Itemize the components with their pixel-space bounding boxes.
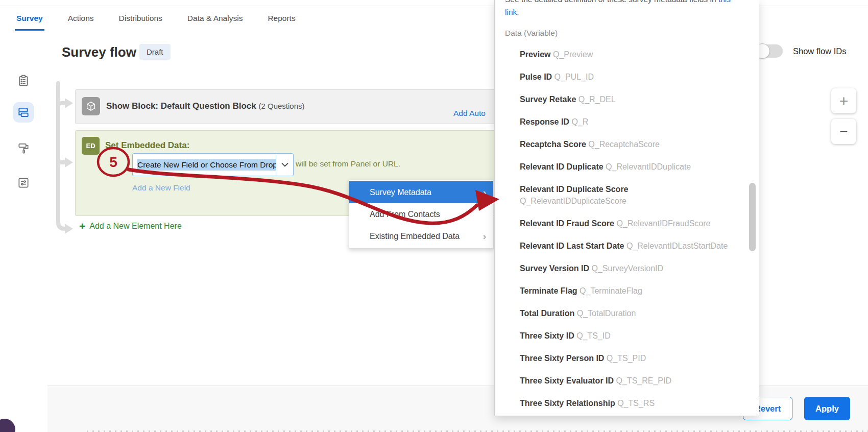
- tab-actions[interactable]: Actions: [68, 6, 94, 31]
- survey-flow-icon: [17, 106, 30, 119]
- left-sidebar: ›: [0, 31, 48, 432]
- selected-input-value: Create New Field or Choose From Dropdown…: [137, 159, 276, 171]
- show-block-label: Show Block: Default Question Block: [106, 101, 256, 111]
- list-item-recaptcha-score[interactable]: Recaptcha Score Q_RecaptchaScore: [520, 138, 759, 150]
- zoom-in-button[interactable]: +: [831, 88, 856, 113]
- tab-data-analysis[interactable]: Data & Analysis: [187, 6, 243, 31]
- list-item-relevant-id-fraud-score[interactable]: Relevant ID Fraud Score Q_RelevantIDFrau…: [520, 218, 759, 229]
- embedded-data-field-input[interactable]: Create New Field or Choose From Dropdown…: [132, 153, 294, 176]
- list-item-relevant-id-duplicate-score[interactable]: Relevant ID Duplicate Score Q_RelevantID…: [520, 183, 759, 207]
- show-block-options-link[interactable]: Add Auto: [453, 109, 486, 118]
- sidebar-item-survey-options[interactable]: [13, 173, 34, 193]
- list-item-terminate-flag[interactable]: Terminate Flag Q_TerminateFlag: [520, 285, 759, 297]
- intro-text: See the detailed definition of these sur…: [505, 0, 718, 4]
- tab-distributions[interactable]: Distributions: [119, 6, 162, 31]
- add-new-element-link[interactable]: + Add a New Element Here: [79, 222, 182, 231]
- menu-item-survey-metadata[interactable]: Survey Metadata ›: [349, 181, 493, 203]
- menu-item-label: Add From Contacts: [370, 210, 440, 219]
- list-item-three-sixty-evaluator-id[interactable]: Three Sixty Evaluator ID Q_TS_RE_PID: [520, 375, 759, 387]
- field-input-text: Create New Field or Choose From Dropdown…: [133, 154, 276, 176]
- paint-roller-icon: [17, 141, 30, 155]
- block-cube-icon: [82, 97, 100, 115]
- submenu-chevron-icon: ›: [483, 232, 486, 241]
- menu-item-label: Existing Embedded Data: [370, 232, 460, 241]
- intro-period: .: [517, 8, 519, 16]
- menu-item-label: Survey Metadata: [370, 188, 431, 197]
- status-badge: Draft: [139, 44, 171, 60]
- this-link[interactable]: this: [718, 0, 731, 4]
- embedded-data-icon: ED: [82, 137, 100, 155]
- list-item-response-id[interactable]: Response ID Q_R: [520, 116, 759, 128]
- sidebar-item-look-and-feel[interactable]: [13, 138, 34, 158]
- settings-sliders-icon: [17, 176, 30, 189]
- tab-survey[interactable]: Survey: [16, 6, 43, 31]
- list-item-three-sixty-id[interactable]: Three Sixty ID Q_TS_ID: [520, 330, 759, 342]
- list-item-total-duration[interactable]: Total Duration Q_TotalDuration: [520, 307, 759, 319]
- panel-section-label: Data (Variable): [505, 29, 759, 38]
- show-block-title: Show Block: Default Question Block (2 Qu…: [106, 101, 305, 111]
- clipboard-list-icon: [17, 74, 30, 87]
- list-item-pulse-id[interactable]: Pulse ID Q_PUL_ID: [520, 71, 759, 83]
- value-hint-text: will be set from Panel or URL.: [296, 159, 400, 169]
- show-flow-ids-toggle[interactable]: [755, 44, 783, 58]
- menu-item-existing-embedded-data[interactable]: Existing Embedded Data ›: [349, 225, 493, 247]
- tab-reports[interactable]: Reports: [268, 6, 295, 31]
- field-dropdown-button[interactable]: [276, 154, 293, 176]
- add-new-field-link[interactable]: Add a New Field: [132, 183, 190, 193]
- menu-item-add-from-contacts[interactable]: Add From Contacts: [349, 203, 493, 225]
- sidebar-item-survey-builder[interactable]: [13, 70, 34, 91]
- metadata-field-list: Preview Q_Preview Pulse ID Q_PUL_ID Surv…: [520, 49, 759, 409]
- list-item-survey-retake[interactable]: Survey Retake Q_R_DEL: [520, 93, 759, 105]
- embedded-data-title: Set Embedded Data:: [105, 140, 189, 151]
- plus-icon: +: [79, 222, 85, 230]
- show-block-question-count: (2 Questions): [259, 102, 305, 110]
- chevron-down-icon: [281, 162, 288, 167]
- zoom-out-button[interactable]: −: [831, 119, 856, 144]
- survey-metadata-panel: See the detailed definition of these sur…: [494, 0, 759, 416]
- embedded-data-context-menu: Survey Metadata › Add From Contacts Exis…: [349, 180, 494, 249]
- page-title: Survey flow: [62, 44, 136, 60]
- list-item-preview[interactable]: Preview Q_Preview: [520, 49, 759, 60]
- list-item-relevant-id-last-start-date[interactable]: Relevant ID Last Start Date Q_RelevantID…: [520, 240, 759, 252]
- submenu-chevron-icon: ›: [483, 188, 486, 197]
- apply-button[interactable]: Apply: [804, 397, 850, 420]
- add-element-label: Add a New Element Here: [89, 222, 182, 231]
- show-flow-ids-label: Show flow IDs: [793, 46, 847, 56]
- list-item-relevant-id-duplicate[interactable]: Relevant ID Duplicate Q_RelevantIDDuplic…: [520, 161, 759, 173]
- list-item-three-sixty-person-id[interactable]: Three Sixty Person ID Q_TS_PID: [520, 352, 759, 364]
- link-link[interactable]: link: [505, 8, 517, 16]
- panel-intro-text: See the detailed definition of these sur…: [505, 0, 744, 18]
- list-item-survey-version-id[interactable]: Survey Version ID Q_SurveyVersionID: [520, 262, 759, 274]
- sidebar-item-survey-flow[interactable]: [13, 102, 34, 123]
- panel-scrollbar-thumb[interactable]: [749, 183, 756, 251]
- list-item-three-sixty-relationship[interactable]: Three Sixty Relationship Q_TS_RS: [520, 397, 759, 409]
- qualtrics-survey-flow-screen: Survey Actions Distributions Data & Anal…: [0, 0, 868, 432]
